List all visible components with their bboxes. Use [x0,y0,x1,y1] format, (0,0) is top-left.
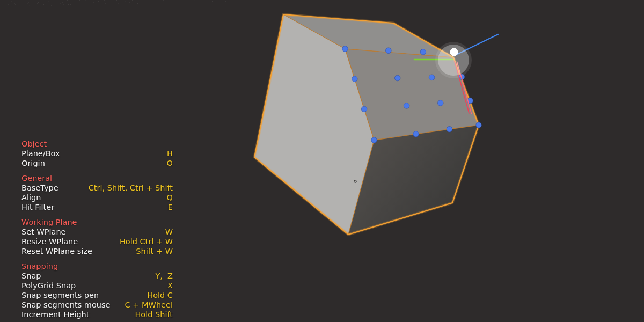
hotkey-key: Y, Z [155,271,173,281]
hotkey-section-snapping: SnappingSnapY, ZPolyGrid SnapXSnap segme… [21,261,173,319]
snap-grid-dot[interactable] [394,75,400,81]
hotkey-section-general: GeneralBaseTypeCtrl, Shift, Ctrl + Shift… [21,173,173,212]
snap-grid-dot[interactable] [429,75,435,80]
snap-grid-dot[interactable] [342,46,348,52]
hotkey-section-object: ObjectPlane/BoxHOriginO [21,139,173,168]
hotkey-key: W [165,227,173,237]
hotkey-key: X [167,281,173,290]
hotkey-key: Q [167,193,173,202]
hotkey-label: Plane/Box [21,149,60,158]
hotkey-key: C + MWheel [125,300,173,310]
hotkey-row: Increment HeightHold Shift [21,310,173,319]
hotkey-row: Set WPlaneW [21,227,173,237]
snap-grid-dot[interactable] [404,103,409,109]
snap-grid-dot[interactable] [352,76,358,82]
hotkey-label: Snap segments pen [21,290,99,300]
hotkey-key: Ctrl, Shift, Ctrl + Shift [89,183,173,193]
hotkey-section-title: Working Plane [21,217,173,227]
hotkey-label: Reset WPlane size [21,246,92,256]
hotkey-label: PolyGrid Snap [21,281,76,290]
hotkey-key: Shift + W [136,246,173,256]
hotkey-label: Snap segments mouse [21,300,111,310]
hotkey-row: AlignQ [21,193,173,202]
snap-grid-dot[interactable] [447,127,452,133]
hotkey-section-working-plane: Working PlaneSet WPlaneWResize WPlaneHol… [21,217,173,256]
hotkey-key: Hold Shift [135,310,173,319]
hotkey-label: Set WPlane [21,227,66,237]
hotkey-label: Resize WPlane [21,237,78,246]
hotkey-label: Increment Height [21,310,89,319]
snap-grid-dot[interactable] [476,122,482,128]
hotkey-row: Snap segments mouseC + MWheel [21,300,173,310]
hotkey-label: BaseType [21,183,58,193]
hotkey-section-title: Object [21,139,173,149]
hotkey-row: BaseTypeCtrl, Shift, Ctrl + Shift [21,183,173,193]
hotkey-row: Reset WPlane sizeShift + W [21,246,173,256]
hotkey-key: H [167,149,173,158]
hotkey-section-title: General [21,173,173,183]
hotkey-row: OriginO [21,158,173,168]
hotkey-row: Plane/BoxH [21,149,173,158]
hotkey-row: Resize WPlaneHold Ctrl + W [21,237,173,246]
hotkey-key: Hold C [147,290,173,300]
snap-grid-dot[interactable] [413,131,419,137]
hotkey-key: Hold Ctrl + W [120,237,173,246]
hotkey-label: Hit Filter [21,202,54,212]
hotkey-row: PolyGrid SnapX [21,281,173,290]
snap-grid-dot[interactable] [371,137,377,143]
snap-grid-dot[interactable] [386,48,392,54]
hotkey-label: Snap [21,271,41,281]
hotkey-key: O [167,158,173,168]
snap-grid-dot[interactable] [420,49,426,55]
hotkey-overlay: ObjectPlane/BoxHOriginOGeneralBaseTypeCt… [21,139,173,322]
cursor-snap-dot [450,48,458,56]
hotkey-label: Origin [21,158,45,168]
hotkey-label: Align [21,193,41,202]
3d-viewport[interactable]: ObjectPlane/BoxHOriginOGeneralBaseTypeCt… [0,0,644,322]
snap-grid-dot[interactable] [361,106,367,112]
hotkey-section-title: Snapping [21,261,173,271]
hotkey-key: E [168,202,173,212]
hotkey-row: Snap segments penHold C [21,290,173,300]
hotkey-row: Hit FilterE [21,202,173,212]
hotkey-row: SnapY, Z [21,271,173,281]
snap-grid-dot[interactable] [438,100,444,106]
